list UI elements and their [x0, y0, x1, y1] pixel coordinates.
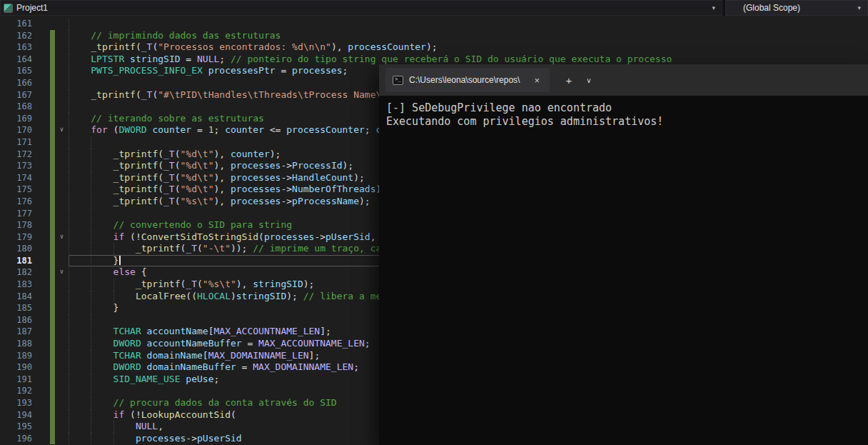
indent-guide: [69, 374, 91, 386]
line-number[interactable]: 165: [0, 65, 34, 77]
fold-margin: [55, 314, 69, 326]
line-number[interactable]: 184: [0, 291, 34, 303]
line-number[interactable]: 174: [0, 172, 34, 184]
close-icon[interactable]: [531, 75, 542, 86]
line-number[interactable]: 177: [0, 208, 34, 220]
fold-chevron-icon[interactable]: [55, 231, 69, 244]
code-line-162[interactable]: 162// imprimindo dados das estruturas: [0, 30, 868, 42]
change-tracking-bar: [50, 231, 55, 244]
line-number[interactable]: 161: [0, 18, 34, 30]
change-tracking-bar: [50, 350, 55, 362]
line-number[interactable]: 173: [0, 160, 34, 172]
text-cursor: [119, 256, 121, 265]
fold-chevron-icon[interactable]: [55, 124, 69, 136]
line-number[interactable]: 167: [0, 89, 34, 101]
line-number[interactable]: 190: [0, 361, 34, 374]
indent-guide: [69, 124, 91, 136]
terminal-output-line: Executando com privilegios administrativ…: [386, 115, 861, 129]
line-number[interactable]: 193: [0, 397, 34, 409]
fold-margin: [55, 136, 69, 149]
fold-margin: [55, 255, 69, 267]
code-text: // imprimindo dados das estruturas: [69, 30, 868, 42]
line-number[interactable]: 178: [0, 219, 34, 231]
terminal-window[interactable]: C:\Users\leona\source\repos\ [-] SeDebug…: [379, 64, 868, 445]
line-number[interactable]: 187: [0, 326, 34, 338]
indent-guide: [69, 314, 91, 326]
line-number[interactable]: 195: [0, 421, 34, 433]
indent-guide: [69, 421, 91, 433]
indent-guide: [69, 291, 91, 303]
fold-margin: [55, 338, 69, 350]
line-number[interactable]: 192: [0, 385, 34, 397]
line-number[interactable]: 186: [0, 314, 34, 326]
indent-guide: [91, 184, 113, 196]
line-number[interactable]: 169: [0, 113, 34, 125]
line-number[interactable]: 166: [0, 77, 34, 89]
line-number[interactable]: 189: [0, 350, 34, 362]
change-tracking-bar: [50, 54, 55, 66]
indent-guide: [91, 243, 113, 255]
indent-guide: [113, 279, 136, 291]
line-number[interactable]: 164: [0, 54, 34, 66]
terminal-output[interactable]: [-] SeDebugPrivilege nao encontradoExecu…: [379, 96, 868, 445]
code-line-161[interactable]: 161: [0, 18, 868, 30]
change-tracking-bar: [50, 409, 55, 421]
line-number[interactable]: 170: [0, 124, 34, 136]
fold-margin: [55, 208, 69, 220]
line-number[interactable]: 172: [0, 149, 34, 161]
line-number[interactable]: 191: [0, 374, 34, 386]
indent-guide: [113, 433, 136, 445]
line-number[interactable]: 185: [0, 302, 34, 314]
indent-guide: [69, 219, 91, 231]
line-number[interactable]: 180: [0, 243, 34, 255]
code-line-164[interactable]: 164LPTSTR stringSID = NULL; // ponteiro …: [0, 54, 868, 66]
line-number[interactable]: 163: [0, 41, 34, 54]
line-number[interactable]: 175: [0, 184, 34, 196]
fold-margin: [55, 397, 69, 409]
change-tracking-bar: [50, 160, 55, 172]
line-number[interactable]: 162: [0, 30, 34, 42]
line-number[interactable]: 188: [0, 338, 34, 350]
indent-guide: [91, 231, 113, 244]
line-number[interactable]: 183: [0, 279, 34, 291]
indent-guide: [69, 101, 91, 113]
line-number[interactable]: 171: [0, 136, 34, 149]
fold-margin: [55, 30, 69, 42]
indent-guide: [91, 255, 113, 267]
indent-guide: [91, 338, 113, 350]
fold-margin: [55, 65, 69, 77]
line-number[interactable]: 181: [0, 255, 34, 267]
indent-guide: [69, 18, 91, 30]
tab-dropdown-icon[interactable]: [586, 76, 591, 84]
scope-label: (Global Scope): [743, 3, 800, 13]
project-selector-dropdown[interactable]: Project1: [0, 0, 722, 16]
fold-chevron-icon[interactable]: [55, 266, 69, 279]
code-line-163[interactable]: 163_tprintf(_T("Processos encontrados: %…: [0, 41, 868, 54]
fold-margin: [55, 302, 69, 314]
indent-guide: [91, 326, 113, 338]
change-tracking-bar: [50, 421, 55, 433]
change-tracking-bar: [50, 208, 55, 220]
change-tracking-bar: [50, 385, 55, 397]
line-number[interactable]: 196: [0, 433, 34, 445]
indent-guide: [69, 433, 91, 445]
indent-guide: [69, 196, 91, 208]
terminal-tab[interactable]: C:\Users\leona\source\repos\: [385, 68, 550, 92]
fold-margin: [55, 101, 69, 113]
change-tracking-bar: [50, 124, 55, 136]
terminal-output-line: [-] SeDebugPrivilege nao encontrado: [386, 101, 861, 115]
scope-selector-dropdown[interactable]: (Global Scope): [725, 0, 868, 16]
indent-guide: [69, 231, 91, 244]
change-tracking-bar: [50, 149, 55, 161]
line-number[interactable]: 179: [0, 231, 34, 244]
command-prompt-icon: [393, 76, 403, 85]
indent-guide: [91, 385, 113, 397]
line-number[interactable]: 168: [0, 101, 34, 113]
indent-guide: [69, 184, 91, 196]
line-number[interactable]: 194: [0, 409, 34, 421]
new-tab-button[interactable]: [565, 74, 572, 86]
indent-guide: [69, 279, 91, 291]
line-number[interactable]: 176: [0, 196, 34, 208]
indent-guide: [69, 338, 91, 350]
line-number[interactable]: 182: [0, 266, 34, 279]
